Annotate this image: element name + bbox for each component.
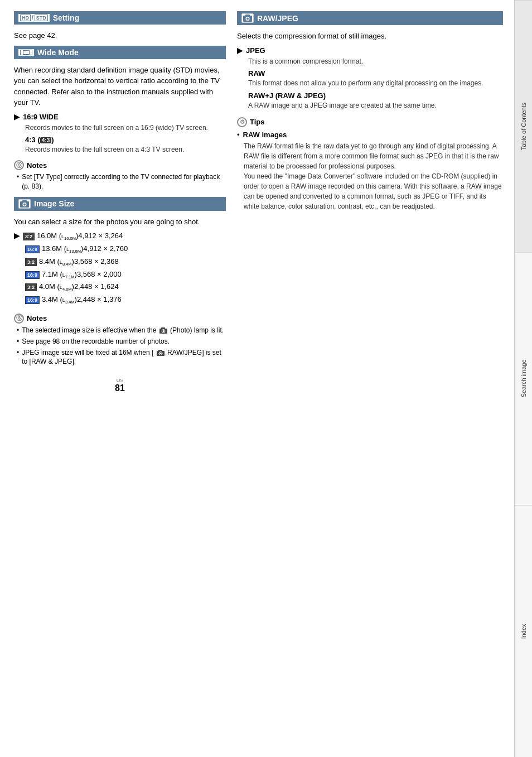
tips-section: ⚙ Tips • RAW images The RAW format file …: [237, 117, 503, 211]
image-size-note-2-text: See page 98 on the recordable number of …: [22, 337, 170, 346]
image-size-note-3: • JPEG image size will be fixed at 16M w…: [17, 348, 226, 367]
size-option-3: 3:2 8.4M (L8.4M)3,568 × 2,368: [25, 257, 226, 267]
wide-mode-header: Wide Mode: [14, 46, 226, 59]
hd-badge: HD: [20, 15, 31, 21]
tab-label-toc: Table of Contents: [520, 103, 527, 151]
notes-icon-imgsize: ⓢ: [14, 314, 24, 324]
wide-mode-note-1: • Set [TV Type] correctly according to t…: [17, 172, 226, 191]
page-container: HD / STD Setting See page 42. Wide Mode …: [0, 0, 532, 757]
camera-icon-raw: [241, 13, 254, 23]
svg-point-7: [162, 330, 164, 332]
option-4-3: 4:3 (4:3): [25, 136, 226, 144]
svg-rect-9: [158, 350, 162, 351]
size-label-6: 3.4M (L3.4M)2,448 × 1,376: [42, 295, 122, 305]
sidebar-tab-search-image[interactable]: Search image: [515, 252, 532, 504]
image-size-title: Image Size: [34, 199, 74, 208]
ratio-badge-16-9-6: 16:9: [25, 296, 40, 304]
tips-item-label: RAW images: [243, 131, 287, 139]
wide-mode-title: Wide Mode: [37, 48, 79, 57]
image-size-note-3-text: JPEG image size will be fixed at 16M whe…: [22, 348, 226, 367]
option-4-3-desc: Records movies to the full screen on a 4…: [25, 145, 226, 155]
svg-rect-5: [161, 327, 165, 329]
hd-std-title: Setting: [53, 13, 79, 22]
svg-point-11: [159, 353, 161, 354]
option-raw: RAW: [248, 69, 503, 78]
size-option-1: ▶ 3:2 16.0M (L16.0M)4,912 × 3,264: [14, 232, 226, 241]
tips-item: • RAW images The RAW format file is the …: [237, 131, 503, 211]
right-column: RAW/JPEG Selects the compression format …: [237, 11, 503, 746]
tips-bullet: • RAW images: [237, 131, 503, 139]
raw-jpeg-title: RAW/JPEG: [257, 14, 298, 23]
page-number: 81: [14, 383, 226, 393]
page-number-area: US 81: [14, 378, 226, 393]
tab-label-index: Index: [520, 624, 527, 639]
wide-mode-note-1-text: Set [TV Type] correctly according to the…: [22, 172, 226, 191]
wide-mode-notes-title: Notes: [27, 161, 47, 170]
svg-point-3: [23, 203, 26, 205]
option-jpeg-label: JPEG: [246, 46, 265, 55]
option-raw-j: RAW+J (RAW & JPEG): [248, 91, 503, 100]
bullet-dot-imgsize-1: •: [17, 326, 19, 335]
ratio-badge-3-2-5: 3:2: [25, 283, 37, 291]
image-size-description: You can select a size for the photos you…: [14, 216, 226, 228]
option-jpeg-desc: This is a common compression format.: [248, 57, 503, 66]
raw-jpeg-header: RAW/JPEG: [237, 11, 503, 25]
ratio-badge-16-9-2: 16:9: [25, 245, 40, 253]
tab-label-search: Search image: [520, 360, 527, 398]
tips-item-text: The RAW format file is the raw data yet …: [244, 141, 503, 211]
tips-header: ⚙ Tips: [237, 117, 503, 127]
sidebar-tabs: Table of Contents Search image Index: [514, 0, 532, 757]
country-code: US: [14, 378, 226, 383]
tips-bullet-dot: •: [237, 131, 240, 139]
tips-title: Tips: [250, 118, 265, 126]
wide-mode-notes-header: ⓢ Notes: [14, 160, 226, 170]
option-raw-label: RAW: [248, 69, 265, 78]
option-jpeg: ▶ JPEG: [237, 46, 503, 55]
svg-rect-1: [22, 200, 27, 202]
size-option-2: 16:9 13.6M (L13.6M)4,912 × 2,760: [25, 244, 226, 254]
ratio-badge-16-9-4: 16:9: [25, 271, 40, 279]
image-size-note-2: • See page 98 on the recordable number o…: [17, 337, 226, 346]
svg-rect-13: [245, 15, 250, 16]
option-raw-j-desc: A RAW image and a JPEG image are created…: [248, 101, 503, 110]
wide-mode-description: When recording standard definition image…: [14, 65, 226, 108]
option-16-9-desc: Records movies to the full screen on a 1…: [25, 123, 226, 133]
image-size-note-1-text: The selected image size is effective whe…: [22, 326, 224, 335]
sidebar-tab-index[interactable]: Index: [515, 505, 532, 757]
size-label-1: 16.0M (L16.0M)4,912 × 3,264: [37, 232, 123, 241]
bullet-dot-imgsize-2: •: [17, 337, 19, 346]
wide-mode-icon: [18, 49, 34, 56]
hd-std-see-page: See page 42.: [14, 30, 226, 41]
image-size-note-1: • The selected image size is effective w…: [17, 326, 226, 335]
default-arrow-size1: ▶: [14, 232, 20, 240]
default-arrow-16-9: ▶: [14, 113, 20, 121]
bullet-dot-1: •: [17, 172, 19, 191]
ratio-badge-3-2-1: 3:2: [23, 233, 35, 240]
tips-icon: ⚙: [237, 117, 247, 127]
option-16-9-wide: ▶ 16:9 WIDE: [14, 113, 226, 121]
ratio-badge-3-2-3: 3:2: [25, 258, 37, 266]
hd-std-setting-header: HD / STD Setting: [14, 11, 226, 25]
hd-std-icon: HD / STD: [18, 14, 50, 22]
option-raw-j-label: RAW+J (RAW & JPEG): [248, 91, 326, 100]
left-column: HD / STD Setting See page 42. Wide Mode …: [14, 11, 226, 746]
size-label-4: 7.1M (L7.1M)3,568 × 2,000: [42, 270, 122, 279]
size-option-4: 16:9 7.1M (L7.1M)3,568 × 2,000: [25, 270, 226, 279]
size-option-6: 16:9 3.4M (L3.4M)2,448 × 1,376: [25, 295, 226, 305]
bullet-dot-imgsize-3: •: [17, 348, 19, 367]
raw-jpeg-description: Selects the compression format of still …: [237, 31, 503, 42]
size-label-2: 13.6M (L13.6M)4,912 × 2,760: [42, 244, 128, 254]
sidebar-tab-table-of-contents[interactable]: Table of Contents: [515, 0, 532, 252]
default-arrow-jpeg: ▶: [237, 46, 243, 55]
main-content: HD / STD Setting See page 42. Wide Mode …: [0, 0, 514, 757]
size-option-5: 3:2 4.0M (L4.0M)2,448 × 1,624: [25, 282, 226, 292]
size-label-5: 4.0M (L4.0M)2,448 × 1,624: [39, 282, 119, 292]
option-16-9-label: 16:9 WIDE: [23, 113, 59, 121]
std-badge: STD: [35, 15, 48, 21]
option-4-3-label: 4:3 (4:3): [25, 136, 54, 144]
ratio-4-3-box: 4:3: [40, 137, 51, 143]
option-raw-desc: This format does not allow you to perfor…: [248, 79, 503, 88]
notes-icon-wide: ⓢ: [14, 160, 24, 170]
image-size-header: Image Size: [14, 197, 226, 211]
size-label-3: 8.4M (L8.4M)3,568 × 2,368: [39, 257, 119, 267]
